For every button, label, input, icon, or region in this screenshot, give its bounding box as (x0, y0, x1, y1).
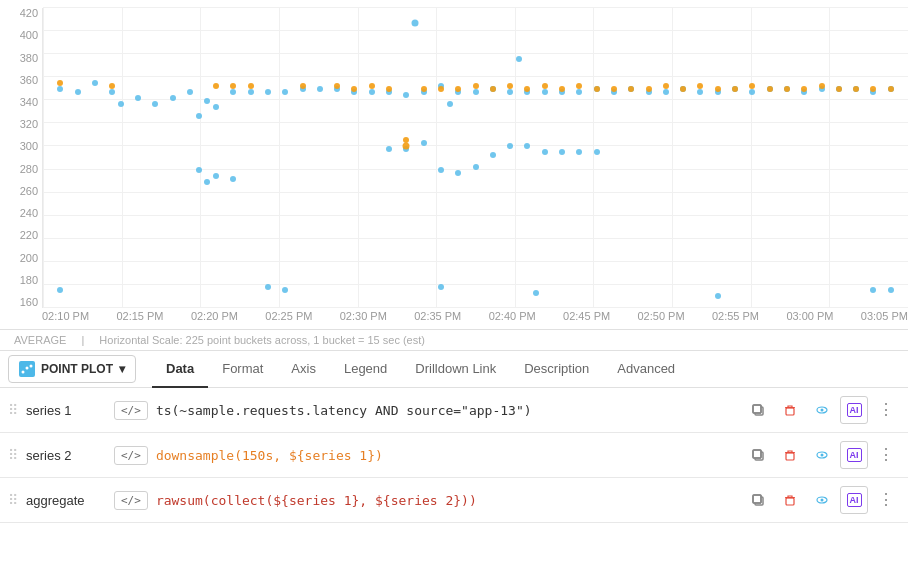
code-toggle-button[interactable]: </> (114, 491, 148, 510)
data-point-orange (300, 83, 306, 89)
grid-line (43, 284, 908, 285)
tab-description[interactable]: Description (510, 351, 603, 388)
data-point-blue (421, 140, 427, 146)
data-point-blue (230, 176, 236, 182)
tab-advanced[interactable]: Advanced (603, 351, 689, 388)
series-formula: downsample(150s, ${series 1}) (156, 448, 736, 463)
chart-type-button[interactable]: POINT PLOT ▾ (8, 355, 136, 383)
data-point-blue (57, 86, 63, 92)
series-actions: AI ⋮ (744, 396, 900, 424)
x-axis-label: 03:05 PM (861, 310, 908, 322)
data-point-orange (715, 86, 721, 92)
chart-area: 1601802002202402602803003203403603804004… (0, 0, 908, 330)
delete-button[interactable] (776, 396, 804, 424)
y-axis-label: 380 (20, 53, 38, 64)
svg-point-9 (821, 409, 824, 412)
series-name: aggregate (26, 493, 106, 508)
svg-point-23 (821, 499, 824, 502)
delete-button[interactable] (776, 441, 804, 469)
y-axis-label: 320 (20, 119, 38, 130)
data-point-blue (230, 89, 236, 95)
trash-icon (783, 403, 797, 417)
svg-point-2 (30, 365, 33, 368)
data-point-blue (75, 89, 81, 95)
trash-icon (783, 448, 797, 462)
ai-label: AI (847, 403, 862, 417)
data-point-blue (559, 149, 565, 155)
data-point-blue (213, 104, 219, 110)
x-axis-label: 03:00 PM (786, 310, 833, 322)
code-toggle-button[interactable]: </> (114, 446, 148, 465)
tab-data[interactable]: Data (152, 351, 208, 388)
grid-vline (279, 8, 280, 308)
data-point-orange (697, 83, 703, 89)
data-point-orange (351, 86, 357, 92)
data-point-blue (473, 164, 479, 170)
data-point-orange (524, 86, 530, 92)
more-button[interactable]: ⋮ (872, 441, 900, 469)
y-axis-label: 280 (20, 164, 38, 175)
grid-line (43, 122, 908, 123)
ai-label: AI (847, 448, 862, 462)
series-name: series 2 (26, 448, 106, 463)
visibility-button[interactable] (808, 396, 836, 424)
more-button[interactable]: ⋮ (872, 486, 900, 514)
y-axis: 1601802002202402602803003203403603804004… (0, 8, 42, 308)
code-toggle-button[interactable]: </> (114, 401, 148, 420)
data-point-blue (663, 89, 669, 95)
copy-button[interactable] (744, 396, 772, 424)
ai-button[interactable]: AI (840, 396, 868, 424)
tab-format[interactable]: Format (208, 351, 277, 388)
data-point-blue (152, 101, 158, 107)
data-point-blue (170, 95, 176, 101)
x-axis-label: 02:45 PM (563, 310, 610, 322)
svg-rect-21 (786, 498, 794, 505)
drag-handle[interactable]: ⠿ (8, 402, 18, 418)
visibility-button[interactable] (808, 441, 836, 469)
data-point-orange (646, 86, 652, 92)
data-point-orange-high (403, 143, 410, 150)
data-point-blue (265, 89, 271, 95)
data-point-blue (697, 89, 703, 95)
grid-line (43, 192, 908, 193)
y-axis-label: 300 (20, 141, 38, 152)
more-icon: ⋮ (878, 447, 894, 463)
y-axis-label: 160 (20, 297, 38, 308)
data-point-blue (213, 173, 219, 179)
copy-icon (751, 403, 765, 417)
eye-icon (815, 448, 829, 462)
drag-handle[interactable]: ⠿ (8, 447, 18, 463)
tab-legend[interactable]: Legend (330, 351, 401, 388)
copy-button[interactable] (744, 441, 772, 469)
grid-line (43, 7, 908, 8)
data-point-blue (594, 149, 600, 155)
data-point-orange (421, 86, 427, 92)
scale-text: Horizontal Scale: 225 point buckets acro… (99, 334, 425, 346)
grid-vline (436, 8, 437, 308)
more-button[interactable]: ⋮ (872, 396, 900, 424)
data-point-orange (576, 83, 582, 89)
delete-button[interactable] (776, 486, 804, 514)
tab-drilldown[interactable]: Drilldown Link (401, 351, 510, 388)
data-point-blue (507, 143, 513, 149)
y-axis-label: 220 (20, 230, 38, 241)
y-axis-label: 340 (20, 97, 38, 108)
trash-icon (783, 493, 797, 507)
drag-handle[interactable]: ⠿ (8, 492, 18, 508)
data-point-blue (438, 167, 444, 173)
data-point-blue (135, 95, 141, 101)
more-icon: ⋮ (878, 402, 894, 418)
grid-line (43, 30, 908, 31)
ai-button[interactable]: AI (840, 486, 868, 514)
grid-line (43, 53, 908, 54)
chart-plot (42, 8, 908, 308)
svg-rect-18 (753, 495, 761, 503)
data-point-blue (533, 290, 539, 296)
visibility-button[interactable] (808, 486, 836, 514)
tab-axis[interactable]: Axis (277, 351, 330, 388)
data-point-blue (187, 89, 193, 95)
ai-button[interactable]: AI (840, 441, 868, 469)
grid-vline (593, 8, 594, 308)
copy-button[interactable] (744, 486, 772, 514)
data-point-blue (386, 146, 392, 152)
